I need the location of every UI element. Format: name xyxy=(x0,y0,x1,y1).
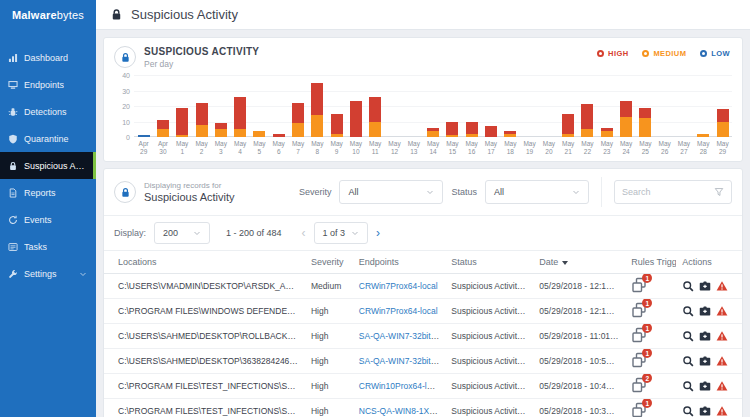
legend-marker-icon xyxy=(642,50,649,57)
bar-group[interactable] xyxy=(211,75,230,137)
sidebar-item-endpoints[interactable]: Endpoints xyxy=(0,71,96,98)
bar-group[interactable] xyxy=(269,75,288,137)
bar-chart-icon xyxy=(8,53,18,63)
snapshot-icon[interactable] xyxy=(699,305,711,317)
bar-group[interactable] xyxy=(694,75,713,137)
rules-triggered-icon[interactable]: 1 xyxy=(631,402,647,417)
snapshot-icon[interactable] xyxy=(699,330,711,342)
bar-group[interactable] xyxy=(308,75,327,137)
snapshot-icon[interactable] xyxy=(699,355,711,367)
endpoint-link[interactable]: CRWin10Prox64-local xyxy=(359,381,442,391)
bar-group[interactable] xyxy=(153,75,172,137)
bar-group[interactable] xyxy=(443,75,462,137)
bar-group[interactable] xyxy=(539,75,558,137)
bar-group[interactable] xyxy=(327,75,346,137)
bar-group[interactable] xyxy=(636,75,655,137)
table-row[interactable]: C:\USERS\VMADMIN\DESKTOP\ARSDK_ACTI...R_… xyxy=(104,274,742,299)
column-header-status[interactable]: Status xyxy=(445,251,533,274)
sidebar-item-suspicious-activity[interactable]: Suspicious Activity xyxy=(0,152,96,179)
bar-group[interactable] xyxy=(366,75,385,137)
bar-group[interactable] xyxy=(559,75,578,137)
table-row[interactable]: C:\USERS\SAHMED\DESKTOP\ROLLBACKTES...ER… xyxy=(104,324,742,349)
location-cell: C:\USERS\SAHMED\DESKTOP\ROLLBACKTES...ER… xyxy=(104,324,305,349)
column-header-locations[interactable]: Locations xyxy=(104,251,305,274)
rules-triggered-icon[interactable]: 2 xyxy=(631,377,647,393)
page-select[interactable]: 1 of 3 xyxy=(314,222,369,244)
remediate-warning-icon[interactable] xyxy=(716,380,728,392)
column-header-endpoints[interactable]: Endpoints xyxy=(353,251,446,274)
endpoint-link[interactable]: SA-QA-WIN7-32bitLOCAL xyxy=(359,331,446,341)
snapshot-icon[interactable] xyxy=(699,280,711,292)
bar-group[interactable] xyxy=(520,75,539,137)
sidebar-item-settings[interactable]: Settings xyxy=(0,260,96,287)
inspect-icon[interactable] xyxy=(682,405,694,417)
filter-funnel-icon[interactable] xyxy=(714,187,724,197)
sidebar-item-events[interactable]: Events xyxy=(0,206,96,233)
bar-group[interactable] xyxy=(250,75,269,137)
inspect-icon[interactable] xyxy=(682,330,694,342)
bar-group[interactable] xyxy=(423,75,442,137)
column-header-rules-triggered[interactable]: Rules Triggered xyxy=(625,251,676,274)
legend-item-medium[interactable]: MEDIUM xyxy=(642,49,686,58)
remediate-warning-icon[interactable] xyxy=(716,305,728,317)
bar-group[interactable] xyxy=(616,75,635,137)
table-row[interactable]: C:\PROGRAM FILES\TEST_INFECTIONS\SH...S\… xyxy=(104,374,742,399)
status-cell: Suspicious Activity Found xyxy=(445,274,533,299)
snapshot-icon[interactable] xyxy=(699,405,711,417)
column-header-severity[interactable]: Severity xyxy=(305,251,353,274)
status-select[interactable]: All xyxy=(485,180,589,204)
endpoint-link[interactable]: SA-QA-WIN7-32bitLOCAL xyxy=(359,356,446,366)
sidebar-item-reports[interactable]: Reports xyxy=(0,179,96,206)
endpoint-link[interactable]: CRWin7Prox64-local xyxy=(359,306,438,316)
y-tick-label: 20 xyxy=(122,103,130,110)
bar-group[interactable] xyxy=(578,75,597,137)
search-input[interactable] xyxy=(622,187,714,197)
sidebar-item-quarantine[interactable]: Quarantine xyxy=(0,125,96,152)
endpoint-link[interactable]: NCS-QA-WIN8-1X64ENT xyxy=(359,406,446,416)
inspect-icon[interactable] xyxy=(682,280,694,292)
snapshot-icon[interactable] xyxy=(699,380,711,392)
column-header-date[interactable]: Date xyxy=(533,251,625,274)
bar-group[interactable] xyxy=(192,75,211,137)
bar-group[interactable] xyxy=(173,75,192,137)
remediate-warning-icon[interactable] xyxy=(716,355,728,367)
rules-triggered-icon[interactable]: 1 xyxy=(631,352,647,368)
sidebar-item-detections[interactable]: Detections xyxy=(0,98,96,125)
bar-group[interactable] xyxy=(713,75,732,137)
column-header-actions[interactable]: Actions xyxy=(676,251,742,274)
prev-page-button[interactable]: ‹ xyxy=(298,226,310,240)
rules-triggered-icon[interactable]: 1 xyxy=(631,277,647,293)
remediate-warning-icon[interactable] xyxy=(716,330,728,342)
bar-group[interactable] xyxy=(655,75,674,137)
inspect-icon[interactable] xyxy=(682,355,694,367)
bar-group[interactable] xyxy=(404,75,423,137)
rules-triggered-icon[interactable]: 1 xyxy=(631,302,647,318)
legend-item-high[interactable]: HIGH xyxy=(597,49,628,58)
endpoint-link[interactable]: CRWin7Prox64-local xyxy=(359,281,438,291)
inspect-icon[interactable] xyxy=(682,380,694,392)
severity-select[interactable]: All xyxy=(339,180,443,204)
next-page-button[interactable]: › xyxy=(372,226,384,240)
table-row[interactable]: C:\PROGRAM FILES\WINDOWS DEFENDER\MSASCU… xyxy=(104,299,742,324)
bar-group[interactable] xyxy=(134,75,153,137)
bar-group[interactable] xyxy=(462,75,481,137)
bar-group[interactable] xyxy=(346,75,365,137)
table-row[interactable]: C:\USERS\SAHMED\DESKTOP\36382842460...ES… xyxy=(104,349,742,374)
rules-triggered-icon[interactable]: 1 xyxy=(631,327,647,343)
sidebar-item-dashboard[interactable]: Dashboard xyxy=(0,44,96,71)
legend-item-low[interactable]: LOW xyxy=(700,49,730,58)
table-row[interactable]: C:\PROGRAM FILES\TEST_INFECTIONS\SH...S\… xyxy=(104,399,742,417)
bar-group[interactable] xyxy=(501,75,520,137)
bar-group[interactable] xyxy=(385,75,404,137)
bar-group[interactable] xyxy=(230,75,249,137)
bar-group[interactable] xyxy=(597,75,616,137)
sidebar-item-tasks[interactable]: Tasks xyxy=(0,233,96,260)
remediate-warning-icon[interactable] xyxy=(716,280,728,292)
display-count-select[interactable]: 200 xyxy=(154,222,210,244)
bar-group[interactable] xyxy=(674,75,693,137)
inspect-icon[interactable] xyxy=(682,305,694,317)
remediate-warning-icon[interactable] xyxy=(716,405,728,417)
actions-cell xyxy=(682,349,736,373)
bar-group[interactable] xyxy=(481,75,500,137)
bar-group[interactable] xyxy=(288,75,307,137)
